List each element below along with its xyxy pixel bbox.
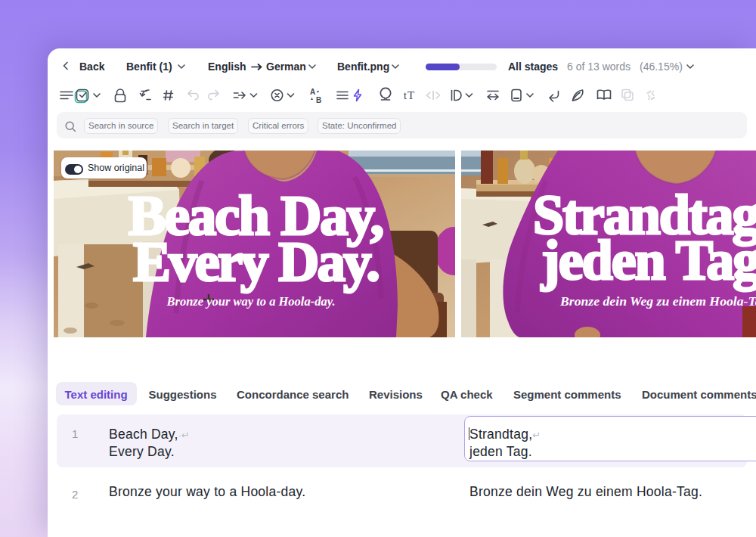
svg-text:A: A <box>310 88 315 96</box>
svg-text:T: T <box>407 89 414 101</box>
svg-text:Bronze your way to a Hoola-day: Bronze your way to a Hoola-day. <box>166 294 335 309</box>
svg-text:Every Day.: Every Day. <box>133 230 378 293</box>
svg-text:jeden Tag.: jeden Tag. <box>541 229 756 291</box>
svg-text:t: t <box>404 90 407 101</box>
svg-text:B: B <box>316 96 321 104</box>
svg-text:Bronze dein Weg zu einem Hoola: Bronze dein Weg zu einem Hoola-Tag. <box>559 293 756 309</box>
